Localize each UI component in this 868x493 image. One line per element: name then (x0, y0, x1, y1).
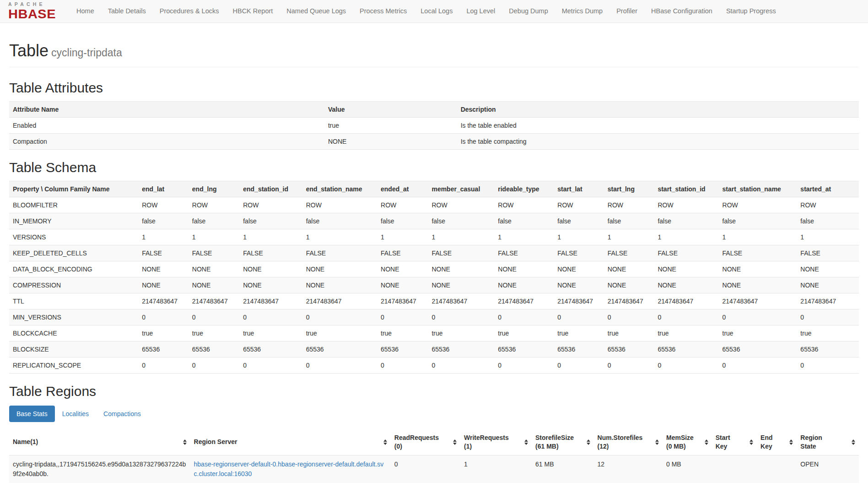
region-server-cell: hbase-regionserver-default-0.hbase-regio… (190, 455, 391, 483)
schema-value-cell: 0 (719, 309, 797, 325)
schema-value-cell: true (302, 325, 377, 341)
attributes-col-attribute-name: Attribute Name (9, 102, 324, 118)
schema-value-cell: NONE (554, 261, 604, 277)
schema-value-cell: false (719, 213, 797, 229)
schema-value-cell: ROW (554, 197, 604, 213)
nav-item-named-queue-logs[interactable]: Named Queue Logs (280, 0, 353, 22)
region-write-requests-cell: 1 (460, 455, 532, 483)
schema-value-cell: FALSE (428, 245, 494, 261)
schema-value-cell: 1 (302, 229, 377, 245)
attribute-row-compaction: CompactionNONEIs the table compacting (9, 134, 859, 150)
schema-value-cell: 0 (138, 309, 189, 325)
tab-localities[interactable]: Localities (55, 406, 96, 422)
schema-property-cell: VERSIONS (9, 229, 138, 245)
schema-property-cell: KEEP_DELETED_CELLS (9, 245, 138, 261)
schema-value-cell: 1 (654, 229, 718, 245)
nav-item-metrics-dump[interactable]: Metrics Dump (555, 0, 609, 22)
sort-icon[interactable] (587, 439, 590, 445)
schema-value-cell: true (428, 325, 494, 341)
sort-icon[interactable] (453, 439, 457, 445)
region-row: cycling-tripdata,,1719475156245.e95d0a13… (9, 455, 859, 483)
attribute-value-cell: NONE (324, 134, 457, 150)
schema-value-cell: 65536 (189, 341, 239, 358)
regions-col-memsize-0-mb[interactable]: MemSize(0 MB) (663, 429, 712, 455)
nav-item-log-level[interactable]: Log Level (459, 0, 502, 22)
regions-col-writerequests-1[interactable]: WriteRequests(1) (460, 429, 532, 455)
schema-value-cell: NONE (428, 277, 494, 293)
nav-item-table-details[interactable]: Table Details (101, 0, 153, 22)
schema-value-cell: ROW (428, 197, 494, 213)
schema-row-keep-deleted-cells: KEEP_DELETED_CELLSFALSEFALSEFALSEFALSEFA… (9, 245, 859, 261)
schema-value-cell: FALSE (719, 245, 797, 261)
nav-item-process-metrics[interactable]: Process Metrics (353, 0, 414, 22)
schema-property-cell: REPLICATION_SCOPE (9, 358, 138, 374)
sort-icon[interactable] (524, 439, 528, 445)
schema-col-rideable-type: rideable_type (494, 181, 554, 197)
region-name-cell: cycling-tripdata,,1719475156245.e95d0a13… (9, 455, 190, 483)
region-server-link[interactable]: hbase-regionserver-default-0.hbase-regio… (194, 460, 384, 477)
schema-value-cell: ROW (302, 197, 377, 213)
sort-icon[interactable] (852, 439, 855, 445)
attribute-value-cell: true (324, 118, 457, 134)
nav-item-startup-progress[interactable]: Startup Progress (719, 0, 783, 22)
schema-col-end-station-id: end_station_id (239, 181, 302, 197)
regions-col-start-key[interactable]: StartKey (712, 429, 757, 455)
schema-value-cell: FALSE (494, 245, 554, 261)
regions-col-label: Name(1) (13, 438, 38, 446)
table-schema-heading: Table Schema (9, 160, 859, 175)
regions-col-num-storefiles-12[interactable]: Num.Storefiles(12) (594, 429, 663, 455)
schema-value-cell: 0 (377, 309, 428, 325)
attribute-row-enabled: EnabledtrueIs the table enabled (9, 118, 859, 134)
schema-value-cell: 0 (189, 309, 239, 325)
schema-value-cell: 0 (302, 358, 377, 374)
schema-value-cell: 0 (797, 309, 859, 325)
sort-icon[interactable] (655, 439, 659, 445)
tab-base-stats[interactable]: Base Stats (9, 406, 55, 422)
schema-value-cell: FALSE (654, 245, 718, 261)
sort-icon[interactable] (749, 439, 753, 445)
region-state-cell: OPEN (797, 455, 859, 483)
schema-col-end-station-name: end_station_name (302, 181, 377, 197)
logo-hbase-text: HBASE (8, 7, 56, 20)
table-regions-heading: Table Regions (9, 384, 859, 399)
schema-property-cell: IN_MEMORY (9, 213, 138, 229)
schema-value-cell: 65536 (604, 341, 654, 358)
sort-icon[interactable] (383, 439, 387, 445)
schema-value-cell: 2147483647 (494, 293, 554, 309)
regions-col-region-server[interactable]: Region Server (190, 429, 391, 455)
tab-compactions[interactable]: Compactions (96, 406, 148, 422)
schema-header-row: Property \ Column Family Nameend_latend_… (9, 181, 859, 197)
nav-item-procedures-locks[interactable]: Procedures & Locks (153, 0, 226, 22)
nav-item-home[interactable]: Home (70, 0, 101, 22)
sort-icon[interactable] (705, 439, 708, 445)
schema-value-cell: 0 (428, 358, 494, 374)
schema-value-cell: ROW (719, 197, 797, 213)
hbase-logo[interactable]: APACHE HBASE (8, 2, 56, 21)
page-title: Tablecycling-tripdata (9, 41, 859, 60)
regions-col-readrequests-0[interactable]: ReadRequests(0) (391, 429, 460, 455)
schema-value-cell: 0 (377, 358, 428, 374)
schema-row-bloomfilter: BLOOMFILTERROWROWROWROWROWROWROWROWROWRO… (9, 197, 859, 213)
sort-icon[interactable] (789, 439, 793, 445)
schema-value-cell: true (554, 325, 604, 341)
sort-icon[interactable] (183, 439, 187, 445)
regions-col-label: Num.Storefiles(12) (598, 433, 643, 451)
regions-col-name-1[interactable]: Name(1) (9, 429, 190, 455)
schema-value-cell: true (189, 325, 239, 341)
nav-item-profiler[interactable]: Profiler (609, 0, 644, 22)
nav-item-hbase-configuration[interactable]: HBase Configuration (644, 0, 719, 22)
schema-value-cell: 0 (138, 358, 189, 374)
schema-value-cell: 65536 (797, 341, 859, 358)
nav-item-hbck-report[interactable]: HBCK Report (226, 0, 280, 22)
nav-item-debug-dump[interactable]: Debug Dump (502, 0, 555, 22)
regions-col-end-key[interactable]: EndKey (757, 429, 797, 455)
schema-value-cell: 0 (554, 309, 604, 325)
regions-col-region-state[interactable]: RegionState (797, 429, 859, 455)
schema-value-cell: 65536 (377, 341, 428, 358)
nav-item-local-logs[interactable]: Local Logs (414, 0, 459, 22)
schema-value-cell: ROW (494, 197, 554, 213)
regions-col-storefilesize-61-mb[interactable]: StorefileSize(61 MB) (532, 429, 594, 455)
schema-value-cell: true (239, 325, 302, 341)
schema-value-cell: false (554, 213, 604, 229)
schema-value-cell: 1 (719, 229, 797, 245)
